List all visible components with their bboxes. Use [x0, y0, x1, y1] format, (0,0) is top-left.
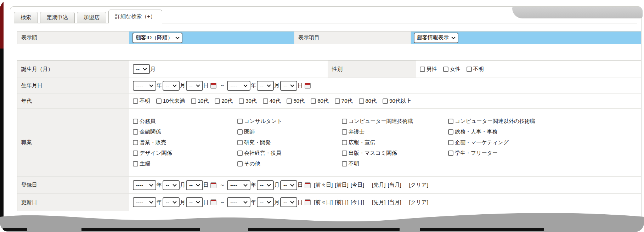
checkbox-label: 20代	[221, 98, 233, 104]
occupation-option[interactable]: 医師	[237, 129, 336, 135]
tab-member-store[interactable]: 加盟店	[77, 12, 106, 23]
occupation-option[interactable]: デザイン関係	[133, 150, 231, 157]
quick-link-two-days-ago[interactable]: [前々日]	[314, 199, 333, 206]
birth-date-cell: ---- 年 -- 月 -- 日 ～ ---- 年 -- 月 -- 日	[129, 78, 641, 93]
birth-month-select[interactable]: --	[133, 64, 150, 74]
update-to-year-select[interactable]: ----	[227, 197, 250, 207]
select-value: --	[260, 83, 264, 89]
age-option[interactable]: 40代	[263, 98, 281, 104]
age-option[interactable]: 30代	[239, 98, 257, 104]
quick-link-last-month[interactable]: [先月]	[372, 199, 385, 206]
age-option[interactable]: 50代	[287, 98, 305, 104]
checkbox-icon	[443, 67, 448, 72]
age-option[interactable]: 70代	[335, 98, 353, 104]
year-unit: 年	[157, 182, 162, 188]
chevron-down-icon	[290, 83, 294, 87]
bottom-window-sliver	[81, 228, 200, 231]
update-from-month-select[interactable]: --	[163, 197, 180, 207]
screenshot-root: 検索 定期申込 加盟店 詳細な検索（+） 表示順 顧客ID（降順） 表示項目 顧…	[0, 0, 644, 232]
occupation-option[interactable]: 営業・販売	[133, 139, 231, 146]
calendar-icon[interactable]	[305, 199, 311, 205]
calendar-icon[interactable]	[305, 83, 311, 89]
quick-link-yesterday[interactable]: [前日]	[335, 182, 348, 188]
month-unit: 月	[180, 199, 185, 206]
occupation-option[interactable]: コンピューター関連以外の技術職	[448, 118, 635, 125]
quick-link-two-days-ago[interactable]: [前々日]	[314, 182, 333, 188]
chevron-down-icon	[451, 35, 455, 39]
gender-option-unknown[interactable]: 不明	[467, 66, 484, 73]
checkbox-label: 50代	[293, 98, 305, 104]
occupation-option[interactable]: 公務員	[133, 118, 231, 125]
occupation-option[interactable]: その他	[237, 160, 336, 167]
registration-from-year-select[interactable]: ----	[133, 180, 156, 190]
birth-date-to-month-select[interactable]: --	[257, 81, 274, 91]
quick-link-clear[interactable]: [クリア]	[409, 199, 428, 206]
calendar-icon[interactable]	[210, 182, 216, 188]
tab-search[interactable]: 検索	[14, 12, 38, 23]
select-value: --	[166, 199, 169, 205]
birth-date-from-year-select[interactable]: ----	[133, 81, 156, 91]
sort-order-cell: 顧客ID（降順）	[129, 32, 294, 44]
tab-detailed-search[interactable]: 詳細な検索（+）	[108, 10, 162, 23]
birth-date-to-day-select[interactable]: --	[280, 81, 297, 91]
occupation-option[interactable]: 広報・宣伝	[342, 139, 442, 146]
select-value: --	[283, 199, 287, 205]
quick-link-today[interactable]: [今日]	[351, 199, 364, 206]
desktop-corner-decoration	[512, 7, 643, 18]
quick-link-this-month[interactable]: [当月]	[388, 182, 401, 188]
chevron-down-icon	[196, 83, 200, 87]
tab-subscription[interactable]: 定期申込	[40, 12, 75, 23]
select-value: --	[260, 182, 264, 188]
gender-option-female[interactable]: 女性	[443, 66, 461, 73]
registration-to-month-select[interactable]: --	[257, 180, 274, 190]
registration-from-day-select[interactable]: --	[186, 180, 203, 190]
birth-date-from-month-select[interactable]: --	[163, 81, 180, 91]
checkbox-label: デザイン関係	[140, 150, 172, 157]
chevron-down-icon	[149, 199, 153, 203]
calendar-icon[interactable]	[305, 182, 311, 188]
occupation-option[interactable]: 会社経営・役員	[237, 150, 336, 157]
occupation-option[interactable]: 主婦	[133, 160, 231, 167]
registration-to-year-select[interactable]: ----	[227, 180, 250, 190]
occupation-option[interactable]: 学生・フリーター	[448, 150, 635, 157]
occupation-option[interactable]: コンピューター関連技術職	[342, 118, 442, 125]
age-option[interactable]: 90代以上	[383, 98, 411, 104]
birth-date-from-day-select[interactable]: --	[186, 81, 203, 91]
sort-order-select[interactable]: 顧客ID（降順）	[132, 33, 182, 43]
gender-option-male[interactable]: 男性	[420, 66, 437, 73]
quick-link-this-month[interactable]: [当月]	[388, 199, 401, 206]
birth-date-to-year-select[interactable]: ----	[227, 81, 250, 91]
occupation-option[interactable]: 研究・開発	[237, 139, 336, 146]
update-to-day-select[interactable]: --	[280, 197, 297, 207]
occupation-option[interactable]: コンサルタント	[237, 118, 336, 125]
calendar-icon[interactable]	[210, 83, 216, 89]
registration-to-day-select[interactable]: --	[280, 180, 297, 190]
age-option[interactable]: 不明	[133, 98, 150, 104]
quick-link-clear[interactable]: [クリア]	[409, 182, 428, 188]
update-from-day-select[interactable]: --	[186, 197, 203, 207]
select-value: --	[189, 199, 193, 205]
quick-link-last-month[interactable]: [先月]	[372, 182, 385, 188]
occupation-option[interactable]: 企画・マーケティング	[448, 139, 635, 146]
select-value: --	[283, 182, 287, 188]
age-option[interactable]: 20代	[215, 98, 233, 104]
quick-link-today[interactable]: [今日]	[351, 182, 364, 188]
occupation-option[interactable]: 金融関係	[133, 129, 231, 135]
display-items-select[interactable]: 顧客情報表示	[414, 33, 458, 43]
update-from-year-select[interactable]: ----	[133, 197, 156, 207]
age-option[interactable]: 10代未満	[156, 98, 185, 104]
registration-from-month-select[interactable]: --	[163, 180, 180, 190]
occupation-option[interactable]: 不明	[342, 160, 442, 167]
age-option[interactable]: 60代	[311, 98, 329, 104]
quick-link-yesterday[interactable]: [前日]	[335, 199, 348, 206]
occupation-option[interactable]: 出版・マスコミ関係	[342, 150, 442, 157]
age-label: 年代	[17, 94, 129, 108]
occupation-option[interactable]: 総務・人事・事務	[448, 129, 635, 135]
age-option[interactable]: 80代	[359, 98, 377, 104]
checkbox-icon	[467, 67, 472, 72]
year-unit: 年	[251, 82, 256, 89]
update-to-month-select[interactable]: --	[257, 197, 274, 207]
calendar-icon[interactable]	[210, 199, 216, 205]
age-option[interactable]: 10代	[191, 98, 209, 104]
occupation-option[interactable]: 弁護士	[342, 129, 442, 135]
